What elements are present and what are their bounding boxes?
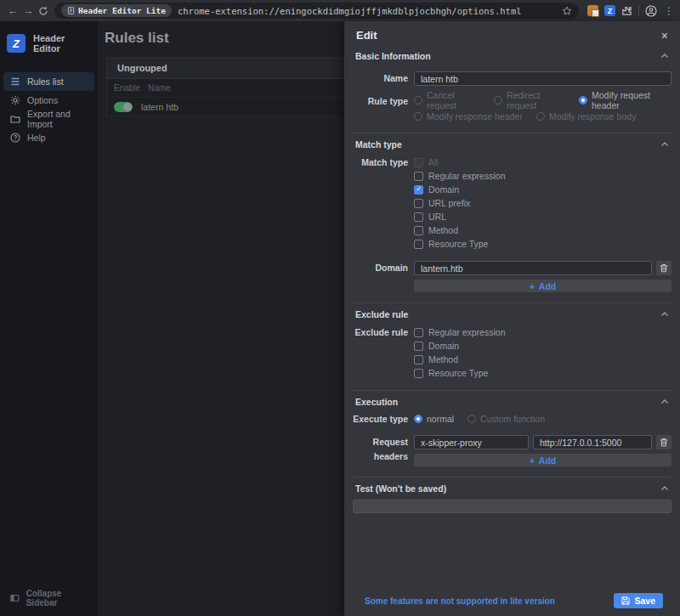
radio-icon	[579, 96, 587, 105]
checkbox-icon	[414, 369, 423, 378]
back-icon[interactable]: ←	[5, 3, 20, 19]
checkbox-icon	[414, 355, 423, 365]
match-option-all[interactable]: All	[414, 155, 672, 169]
radio-icon	[536, 112, 545, 121]
radio-label: normal	[427, 414, 454, 424]
collapse-sidebar-button[interactable]: Collapse Sidebar	[0, 580, 98, 616]
add-domain-button[interactable]: + Add	[414, 280, 672, 292]
edit-form: Basic Information Name Rule type	[344, 45, 680, 616]
chevron-up-icon[interactable]	[660, 53, 669, 59]
sidebar-item-options[interactable]: Options	[3, 91, 94, 110]
match-option-domain[interactable]: Domain	[414, 183, 672, 196]
sidebar-item-rules-list[interactable]: Rules list	[3, 72, 94, 91]
browser-toolbar: ← → Header Editor Lite chrome-extension:…	[0, 0, 680, 21]
match-option-url-prefix[interactable]: URL prefix	[414, 196, 672, 210]
drawer-footer: Some features are not supported in lite …	[353, 586, 672, 616]
close-icon[interactable]: ×	[661, 30, 668, 42]
sidebar-item-help[interactable]: Help	[3, 128, 94, 147]
chevron-up-icon[interactable]	[660, 141, 669, 148]
add-header-label: Add	[539, 455, 556, 466]
checkbox-label: Regular expression	[428, 327, 505, 337]
section-execution-header[interactable]: Execution	[353, 391, 672, 413]
domain-label: Domain	[353, 261, 408, 275]
extension-chip[interactable]: Header Editor Lite	[61, 4, 172, 17]
section-test-header[interactable]: Test (Won't be saved)	[353, 478, 672, 500]
rule-type-label: Rule type	[353, 94, 408, 109]
delete-header-button[interactable]	[656, 435, 672, 449]
radio-icon	[414, 415, 422, 423]
domain-input[interactable]	[414, 261, 652, 275]
exclude-option-domain[interactable]: Domain	[414, 339, 672, 353]
rule-type-modify-response-body[interactable]: Modify response body	[536, 111, 637, 122]
edit-drawer-header: Edit ×	[344, 21, 680, 45]
rule-type-modify-response-header[interactable]: Modify response header	[414, 111, 523, 122]
radio-icon	[414, 96, 422, 105]
chevron-up-icon[interactable]	[660, 398, 669, 405]
exclude-option-method[interactable]: Method	[414, 353, 672, 366]
name-input[interactable]	[414, 71, 672, 86]
radio-label: Redirect request	[507, 90, 565, 110]
rule-type-redirect-request[interactable]: Redirect request	[494, 90, 565, 110]
execute-type-normal[interactable]: normal	[414, 414, 454, 424]
drawer-title: Edit	[356, 29, 377, 42]
execute-type-label: Execute type	[353, 413, 408, 425]
checkbox-label: Domain	[428, 341, 459, 351]
rule-type-modify-request-header[interactable]: Modify request header	[579, 90, 672, 110]
sidebar-item-label: Options	[27, 95, 58, 105]
extension-chip-label: Header Editor Lite	[78, 6, 166, 15]
chevron-up-icon[interactable]	[660, 311, 669, 318]
browser-menu-icon[interactable]: ⋮	[663, 5, 675, 17]
radio-icon	[414, 112, 422, 121]
cookie-extension-icon[interactable]	[587, 5, 598, 16]
lite-version-note: Some features are not supported in lite …	[365, 596, 555, 606]
section-exclude-header[interactable]: Exclude rule	[353, 303, 672, 325]
reload-icon[interactable]	[36, 3, 51, 19]
add-domain-label: Add	[539, 281, 556, 291]
delete-domain-button[interactable]	[656, 261, 672, 275]
section-exclude-title: Exclude rule	[355, 309, 408, 319]
match-option-regular-expression[interactable]: Regular expression	[414, 169, 672, 183]
checkbox-icon	[414, 172, 423, 181]
rule-enable-toggle[interactable]	[114, 102, 133, 112]
sidebar-item-label: Help	[27, 133, 46, 143]
chevron-up-icon[interactable]	[660, 485, 669, 492]
header-value-input[interactable]	[533, 435, 652, 449]
match-type-row: Match type All Regular expression Dom	[353, 155, 672, 251]
sidebar: Z Header Editor Rules list Options Expor…	[0, 21, 98, 616]
exclude-option-resource-type[interactable]: Resource Type	[414, 366, 672, 380]
add-header-button[interactable]: + Add	[414, 454, 672, 466]
sidebar-item-export-import[interactable]: Export and Import	[3, 110, 94, 128]
radio-label: Modify response header	[427, 111, 523, 122]
save-button[interactable]: Save	[614, 593, 663, 608]
exclude-option-regular-expression[interactable]: Regular expression	[414, 325, 672, 339]
test-input[interactable]	[353, 500, 672, 513]
section-exclude-rule: Exclude rule Exclude rule Regular expres…	[353, 302, 672, 390]
match-option-method[interactable]: Method	[414, 223, 672, 237]
extensions-puzzle-icon[interactable]	[621, 5, 632, 16]
name-row: Name	[353, 71, 672, 86]
header-name-input[interactable]	[414, 435, 529, 449]
radio-icon	[468, 415, 476, 423]
radio-label: Custom function	[480, 414, 545, 424]
checkbox-icon	[414, 158, 423, 167]
rule-type-cancel-request[interactable]: Cancel request	[414, 90, 480, 110]
match-option-resource-type[interactable]: Resource Type	[414, 237, 672, 251]
section-basic-information: Basic Information Name Rule type	[353, 45, 672, 133]
profile-avatar-icon[interactable]	[645, 5, 657, 17]
match-option-url[interactable]: URL	[414, 210, 672, 223]
checkbox-icon	[414, 226, 423, 235]
checkbox-label: Domain	[428, 184, 459, 195]
address-bar[interactable]: Header Editor Lite chrome-extension://en…	[54, 3, 579, 19]
section-match-header[interactable]: Match type	[353, 133, 672, 155]
radio-label: Cancel request	[427, 90, 480, 110]
header-editor-extension-icon[interactable]: Z	[604, 5, 615, 16]
forward-icon[interactable]: →	[20, 3, 36, 19]
checkbox-label: Method	[428, 354, 458, 365]
execute-type-custom-function[interactable]: Custom function	[468, 414, 545, 424]
checkbox-label: Resource Type	[428, 239, 488, 249]
section-basic-header[interactable]: Basic Information	[353, 45, 672, 67]
radio-icon	[494, 96, 502, 105]
bookmark-star-icon[interactable]	[562, 6, 572, 16]
column-enable: Enable	[114, 83, 148, 93]
app-title: Header Editor	[33, 33, 91, 54]
